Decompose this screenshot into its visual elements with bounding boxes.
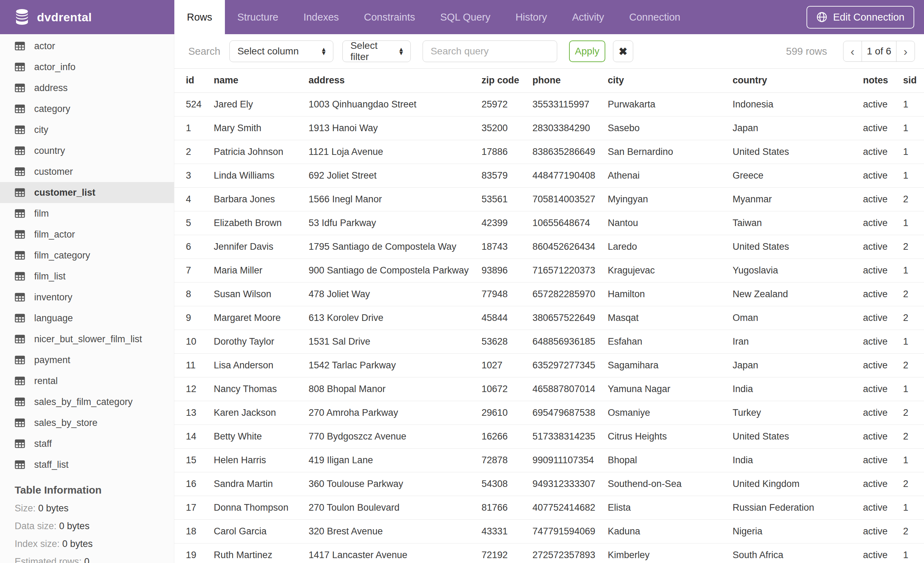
- table-icon: [15, 104, 25, 114]
- sidebar-table-item[interactable]: country: [0, 140, 174, 161]
- cell-phone: 716571220373: [532, 258, 608, 282]
- table-row[interactable]: 12 Nancy Thomas 808 Bhopal Manor 10672 4…: [174, 377, 924, 401]
- cell-sid: 1: [903, 164, 924, 187]
- table-row[interactable]: 4 Barbara Jones 1566 Inegl Manor 53561 7…: [174, 187, 924, 211]
- sidebar-table-item[interactable]: film: [0, 203, 174, 224]
- brand: dvdrental: [0, 0, 174, 34]
- cell-notes: active: [863, 543, 903, 563]
- cell-sid: 2: [903, 306, 924, 330]
- table-icon: [15, 229, 25, 240]
- sidebar-table-name: city: [34, 125, 48, 135]
- edit-connection-button[interactable]: Edit Connection: [807, 6, 914, 29]
- sidebar-table-name: language: [34, 313, 73, 324]
- cell-id: 10: [174, 330, 214, 353]
- cell-sid: 1: [903, 496, 924, 519]
- stat-label: Index size:: [15, 539, 60, 549]
- table-row[interactable]: 7 Maria Miller 900 Santiago de Compostel…: [174, 258, 924, 282]
- table-row[interactable]: 15 Helen Harris 419 Iligan Lane 72878 99…: [174, 448, 924, 472]
- cell-sid: 1: [903, 377, 924, 401]
- tab[interactable]: Indexes: [291, 0, 351, 34]
- sidebar-table-item[interactable]: customer: [0, 161, 174, 182]
- table-row[interactable]: 3 Linda Williams 692 Joliet Street 83579…: [174, 164, 924, 187]
- table-row[interactable]: 18 Carol Garcia 320 Brest Avenue 43331 7…: [174, 519, 924, 543]
- cell-zip: 72192: [482, 543, 532, 563]
- sidebar-table-item[interactable]: film_actor: [0, 224, 174, 245]
- cell-sid: 2: [903, 187, 924, 211]
- tab[interactable]: History: [503, 0, 559, 34]
- sidebar-table-name: staff_list: [34, 459, 69, 470]
- table-row[interactable]: 2 Patricia Johnson 1121 Loja Avenue 1788…: [174, 140, 924, 164]
- table-row[interactable]: 8 Susan Wilson 478 Joliet Way 77948 6572…: [174, 282, 924, 306]
- cell-name: Mary Smith: [214, 116, 309, 140]
- tab[interactable]: SQL Query: [428, 0, 503, 34]
- table-row[interactable]: 524 Jared Ely 1003 Qinhuangdao Street 25…: [174, 92, 924, 116]
- cell-name: Susan Wilson: [214, 282, 309, 306]
- table-row[interactable]: 11 Lisa Anderson 1542 Tarlac Parkway 102…: [174, 353, 924, 377]
- grid-header-row: idnameaddresszip codephonecitycountrynot…: [174, 69, 924, 92]
- sidebar-table-item[interactable]: film_list: [0, 266, 174, 287]
- tab-label: Indexes: [303, 12, 339, 23]
- table-row[interactable]: 16 Sandra Martin 360 Toulouse Parkway 54…: [174, 472, 924, 496]
- cell-notes: active: [863, 377, 903, 401]
- tab[interactable]: Structure: [225, 0, 291, 34]
- table-row[interactable]: 9 Margaret Moore 613 Korolev Drive 45844…: [174, 306, 924, 330]
- apply-button[interactable]: Apply: [569, 41, 605, 62]
- sidebar-table-item[interactable]: payment: [0, 350, 174, 371]
- cell-phone: 648856936185: [532, 330, 608, 353]
- table-icon: [15, 334, 25, 344]
- table-row[interactable]: 17 Donna Thompson 270 Toulon Boulevard 8…: [174, 496, 924, 519]
- table-icon: [15, 62, 25, 72]
- stat-label: Size:: [15, 503, 36, 513]
- sidebar-table-item[interactable]: film_category: [0, 245, 174, 266]
- tab[interactable]: Connection: [617, 0, 693, 34]
- search-query-input[interactable]: [430, 46, 549, 57]
- sidebar-table-item[interactable]: sales_by_store: [0, 412, 174, 433]
- table-row[interactable]: 5 Elizabeth Brown 53 Idfu Parkway 42399 …: [174, 211, 924, 235]
- sidebar-table-item[interactable]: sales_by_film_category: [0, 391, 174, 412]
- table-row[interactable]: 10 Dorothy Taylor 1531 Sal Drive 53628 6…: [174, 330, 924, 353]
- clear-search-button[interactable]: ✖: [613, 41, 633, 62]
- cell-city: Nantou: [608, 211, 733, 235]
- cell-name: Carol Garcia: [214, 519, 309, 543]
- stat-value: 0 bytes: [62, 539, 93, 549]
- edit-connection-label: Edit Connection: [833, 12, 904, 23]
- app-header: dvdrental Rows Structure Indexes Constra…: [0, 0, 924, 34]
- table-icon: [15, 292, 25, 302]
- sidebar-table-item[interactable]: nicer_but_slower_film_list: [0, 329, 174, 350]
- table-row[interactable]: 1 Mary Smith 1913 Hanoi Way 35200 283033…: [174, 116, 924, 140]
- filter-select[interactable]: Select filter ▲▼: [342, 41, 411, 62]
- sidebar-table-item[interactable]: actor_info: [0, 57, 174, 77]
- sidebar-table-item[interactable]: customer_list: [0, 182, 174, 203]
- cell-notes: active: [863, 306, 903, 330]
- sidebar-table-item[interactable]: category: [0, 98, 174, 119]
- tab[interactable]: Constraints: [351, 0, 428, 34]
- cell-zip: 45844: [482, 306, 532, 330]
- cell-phone: 10655648674: [532, 211, 608, 235]
- sidebar-table-item[interactable]: actor: [0, 36, 174, 57]
- tab[interactable]: Rows: [174, 0, 225, 34]
- table-row[interactable]: 19 Ruth Martinez 1417 Lancaster Avenue 7…: [174, 543, 924, 563]
- grid-body: 524 Jared Ely 1003 Qinhuangdao Street 25…: [174, 92, 924, 563]
- table-row[interactable]: 6 Jennifer Davis 1795 Santiago de Compos…: [174, 235, 924, 258]
- table-icon: [15, 83, 25, 93]
- sidebar-table-item[interactable]: city: [0, 119, 174, 140]
- table-row[interactable]: 13 Karen Jackson 270 Amroha Parkway 2961…: [174, 401, 924, 425]
- sidebar-table-item[interactable]: rental: [0, 371, 174, 391]
- cell-name: Nancy Thomas: [214, 377, 309, 401]
- table-information-stat: Estimated rows: 0: [0, 553, 174, 563]
- cell-country: United States: [733, 235, 863, 258]
- tab[interactable]: Activity: [560, 0, 617, 34]
- sidebar-table-item[interactable]: staff: [0, 433, 174, 454]
- prev-page-button[interactable]: ‹: [843, 41, 862, 62]
- cell-address: 808 Bhopal Manor: [309, 377, 482, 401]
- column-header: country: [733, 69, 863, 92]
- sidebar-table-item[interactable]: staff_list: [0, 454, 174, 475]
- sidebar-table-item[interactable]: language: [0, 308, 174, 329]
- next-page-button[interactable]: ›: [897, 41, 915, 62]
- column-select[interactable]: Select column ▲▼: [230, 41, 333, 62]
- sidebar-table-item[interactable]: inventory: [0, 287, 174, 308]
- cell-sid: 1: [903, 448, 924, 472]
- table-icon: [15, 187, 25, 198]
- table-row[interactable]: 14 Betty White 770 Bydgoszcz Avenue 1626…: [174, 425, 924, 448]
- sidebar-table-item[interactable]: address: [0, 77, 174, 98]
